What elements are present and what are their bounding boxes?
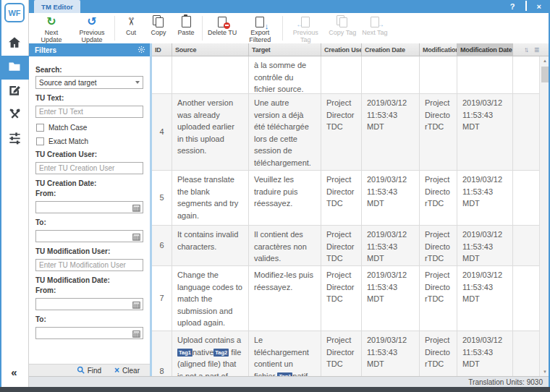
cut-icon: ✂ (127, 14, 136, 28)
column-header-target[interactable]: Target (249, 43, 321, 56)
toolbar-button-next-tag: →Next Tag (359, 13, 390, 43)
cell-filler (513, 171, 539, 225)
modification-date-to-input[interactable] (35, 327, 143, 339)
creation-from-label: From: (35, 189, 143, 197)
cell-modification: Project DirectorTDC (420, 171, 457, 225)
search-scope-select[interactable]: Source and target (35, 76, 143, 89)
sidebar-item-home[interactable] (0, 32, 29, 56)
window-controls: ? × (510, 0, 550, 13)
clear-button[interactable]: × Clear (114, 367, 140, 375)
help-icon[interactable]: ? (510, 0, 515, 13)
collapse-sidebar-button[interactable]: « (0, 366, 28, 378)
tu-text-input[interactable] (35, 106, 143, 118)
cell-source: Another version was already uploaded ear… (172, 94, 249, 170)
filters-footer: Find × Clear (29, 364, 150, 376)
filters-header: Filters (29, 43, 150, 56)
toolbar-button-export-filtered[interactable]: ↓Export Filtered (240, 13, 280, 43)
creation-date-to-input[interactable] (35, 230, 143, 242)
cell-creation-date: 2019/03/12 11:53:43 MDT (362, 266, 420, 331)
table-row[interactable]: 5Please translate the blank segments and… (152, 171, 539, 226)
modification-date-from-input[interactable] (35, 298, 143, 310)
copy-tag-icon (337, 14, 348, 28)
window-edge-left (0, 0, 1, 387)
cell-creation-date: 2019/03/12 11:53:43 MDT (362, 171, 420, 225)
cell-modification-date: 2019/03/12 11:53:43 MDT (457, 331, 513, 376)
column-header-source[interactable]: Source (172, 43, 249, 56)
search-scope-value: Source and target (39, 79, 135, 87)
cell-source: Please translate the blank segments and … (172, 171, 249, 225)
cell-id (152, 56, 172, 93)
scrollbar-thumb[interactable] (541, 67, 549, 82)
table-row[interactable]: 8Upload contains a Tag1nativeTag2 file (… (152, 331, 539, 376)
cell-modification: Project DirectorTDC (420, 266, 457, 331)
exact-match-checkbox[interactable] (36, 137, 44, 145)
tm-table: IDSourceTargetCreation UseCreation DateM… (152, 43, 550, 376)
cell-target: Le téléchargement contient un fichier Ta… (249, 331, 321, 376)
sidebar-item-editor[interactable] (0, 80, 29, 103)
column-menu-icon[interactable]: ≡ (534, 45, 539, 55)
delete-tu-icon (217, 14, 227, 28)
table-row[interactable]: 6It contains invalid characters.Il conti… (152, 226, 539, 266)
paste-icon (182, 14, 191, 28)
cell-modification-date: 2019/03/12 11:53:43 MDT (457, 266, 513, 331)
find-label: Find (88, 367, 101, 375)
table-row[interactable]: à la somme de contrôle du fichier source… (152, 56, 539, 94)
toolbar-button-cut[interactable]: ✂Cut (117, 13, 145, 43)
status-bar: Translation Units: 9030 (29, 376, 550, 387)
calendar-icon[interactable] (132, 202, 140, 215)
inline-tag: Tag1 (177, 349, 192, 357)
column-header-id[interactable]: ID (152, 43, 172, 56)
match-case-checkbox[interactable] (36, 124, 44, 132)
cell-source: It contains invalid characters. (172, 226, 249, 265)
sidebar-items (0, 32, 28, 151)
cell-modification-date (457, 56, 513, 93)
sidebar-item-tools[interactable] (0, 103, 29, 127)
column-header-creation_date[interactable]: Creation Date (362, 43, 420, 56)
toolbar-button-previous-update[interactable]: ↺Previous Update (72, 13, 112, 43)
column-header-modification_date[interactable]: Modification Date (457, 43, 513, 56)
close-icon[interactable]: × (537, 0, 541, 13)
cell-creation-use (321, 56, 362, 93)
cell-modification-date: 2019/03/12 11:53:43 MDT (457, 171, 513, 225)
toolbar-button-next-update[interactable]: ↻Next Update (31, 13, 72, 43)
tu-creation-user-input[interactable] (35, 162, 143, 174)
home-icon (7, 35, 22, 53)
next-tag-icon: → (370, 14, 380, 28)
table-row[interactable]: 4Another version was already uploaded ea… (152, 94, 539, 171)
sort-icon[interactable]: ↑↓ (524, 46, 529, 54)
search-icon (77, 366, 85, 375)
calendar-icon[interactable] (132, 328, 140, 341)
tu-modification-user-input[interactable] (35, 259, 143, 271)
match-case-label: Match Case (48, 124, 87, 132)
chevron-up-icon[interactable] (525, 0, 527, 13)
cell-id: 5 (152, 171, 172, 225)
toolbar-button-paste[interactable]: Paste (172, 13, 200, 43)
cell-target: à la somme de contrôle du fichier source… (249, 56, 321, 93)
sidebar-item-settings[interactable] (0, 127, 29, 151)
gear-icon[interactable] (138, 43, 145, 56)
cell-creation-use: Project DirectorTDC (321, 94, 362, 170)
clear-label: Clear (122, 367, 140, 375)
clear-x-icon: × (114, 367, 119, 374)
column-header-creation_use[interactable]: Creation Use (321, 43, 362, 56)
cell-creation-use: Project DirectorTDC (321, 171, 362, 225)
search-label: Search: (35, 66, 143, 74)
sidebar-item-files[interactable] (0, 56, 29, 80)
toolbar-button-delete-tu[interactable]: Delete TU (205, 13, 240, 43)
table-row[interactable]: 7Change the language codes to match the … (152, 266, 539, 331)
creation-date-from-input[interactable] (35, 201, 143, 213)
filters-body: Search: Source and target TU Text: Match… (29, 56, 150, 339)
toolbar-separator (282, 16, 283, 41)
calendar-icon[interactable] (132, 231, 140, 244)
app-logo: WF (4, 3, 25, 22)
cell-modification: Project DirectorTDC (420, 94, 457, 170)
cell-creation-use: Project DirectorTDC (321, 226, 362, 265)
toolbar-button-copy[interactable]: Copy (145, 13, 172, 43)
calendar-icon[interactable] (132, 299, 140, 312)
tab-tm-editor[interactable]: TM Editor (34, 0, 80, 13)
editor-icon (8, 83, 22, 100)
modification-from-label: From: (35, 286, 143, 294)
tu-modification-date-label: TU Modification Date: (35, 276, 143, 284)
column-header-modification[interactable]: Modification (420, 43, 457, 56)
find-button[interactable]: Find (77, 366, 101, 375)
